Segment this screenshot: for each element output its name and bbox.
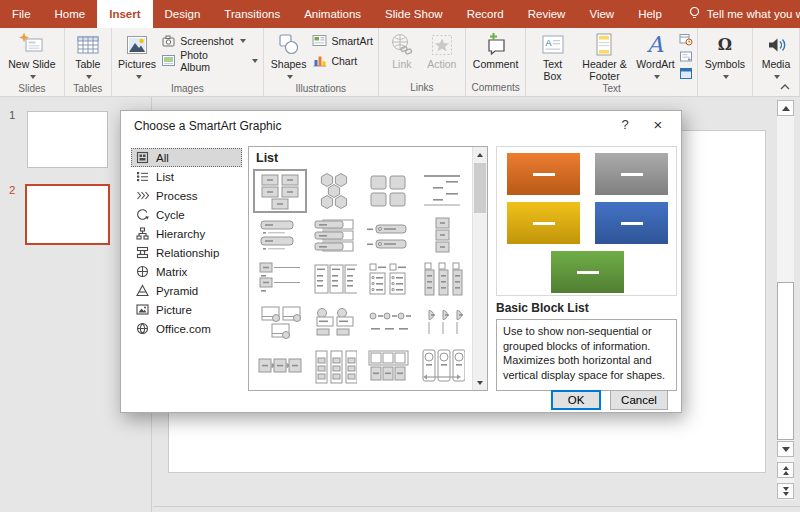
media-icon [764, 31, 788, 58]
action-button[interactable]: Action [422, 28, 462, 70]
category-label: List [156, 171, 174, 183]
layout-picture-caption-list[interactable] [361, 169, 415, 213]
chart-label: Chart [331, 55, 357, 67]
layout-stacked-list[interactable] [253, 257, 307, 301]
dialog-close-button[interactable]: × [649, 116, 667, 133]
text-group-label: Text [529, 82, 693, 96]
layout-circle-panel-list[interactable] [415, 345, 469, 389]
smartart-button[interactable]: SmartArt [310, 33, 374, 49]
scroll-down-button[interactable] [777, 441, 794, 457]
layout-vertical-box-list[interactable] [307, 213, 361, 257]
slide-number-button[interactable] [678, 49, 694, 64]
gallery-scrollbar-thumb[interactable] [474, 163, 486, 213]
symbols-button[interactable]: Ω Symbols [701, 28, 749, 82]
layout-continuous-picture-list[interactable] [361, 301, 415, 345]
svg-text:A: A [646, 32, 664, 57]
category-label: Cycle [156, 209, 185, 221]
gallery-scroll-down-button[interactable] [473, 375, 487, 390]
layout-vertical-block-list[interactable] [415, 213, 469, 257]
screenshot-button[interactable]: Screenshot [159, 33, 260, 49]
scroll-up-button[interactable] [777, 100, 794, 116]
tab-help[interactable]: Help [626, 0, 674, 28]
category-office-com[interactable]: Office.com [131, 319, 242, 338]
slide-2-number: 2 [9, 184, 15, 196]
header-footer-icon [592, 31, 616, 58]
category-label: Process [156, 190, 198, 202]
header-footer-button[interactable]: Header & Footer [576, 28, 634, 82]
layout-bending-picture-accent-list[interactable] [307, 301, 361, 345]
preview-block-4 [595, 202, 668, 244]
layout-half-circle-list[interactable] [415, 301, 469, 345]
category-label: Matrix [156, 266, 187, 278]
symbols-label: Symbols [705, 58, 745, 70]
chevron-down-icon [86, 75, 92, 79]
tab-home[interactable]: Home [43, 0, 98, 28]
tab-insert[interactable]: Insert [97, 0, 152, 28]
category-all[interactable]: All [131, 148, 242, 167]
picture-icon [136, 303, 149, 316]
layout-picture-accent-list[interactable] [253, 301, 307, 345]
previous-slide-button[interactable] [777, 462, 794, 478]
scrollbar-thumb[interactable] [777, 282, 794, 440]
screenshot-icon [161, 34, 176, 49]
category-hierarchy[interactable]: Hierarchy [131, 224, 242, 243]
link-button[interactable]: Link [382, 28, 422, 70]
chevron-down-icon [654, 75, 660, 79]
ok-button[interactable]: OK [551, 390, 601, 410]
ribbon-group-illustrations: Shapes SmartArt Chart Illustrations [264, 28, 379, 96]
category-pyramid[interactable]: Pyramid [131, 281, 242, 300]
category-list[interactable]: List [131, 167, 242, 186]
table-button[interactable]: Table [68, 28, 108, 82]
category-relationship[interactable]: Relationship [131, 243, 242, 262]
layout-basic-block-list[interactable] [253, 169, 307, 213]
layout-horizontal-bullet-list[interactable] [361, 213, 415, 257]
category-picture[interactable]: Picture [131, 300, 242, 319]
gallery-scroll-up-button[interactable] [473, 147, 487, 162]
shapes-button[interactable]: Shapes [267, 28, 311, 82]
smartart-gallery-pane: List [248, 146, 488, 391]
action-label: Action [427, 58, 456, 70]
layout-alternating-hexagons[interactable] [307, 169, 361, 213]
layout-square-accent-list[interactable] [415, 257, 469, 301]
layout-process-arrows-list[interactable] [253, 345, 307, 389]
screenshot-label: Screenshot [180, 35, 233, 47]
tab-file[interactable]: File [0, 0, 43, 28]
layout-titled-picture-blocks[interactable] [361, 345, 415, 389]
pictures-button[interactable]: Pictures [115, 28, 159, 82]
object-button[interactable] [678, 66, 694, 81]
tab-view[interactable]: View [577, 0, 626, 28]
layout-grouped-list[interactable] [307, 257, 361, 301]
media-button[interactable]: Media [756, 28, 796, 82]
layout-column-list[interactable] [307, 345, 361, 389]
collapse-ribbon-button[interactable] [779, 77, 791, 95]
canvas-bottom-divider [153, 506, 800, 507]
category-process[interactable]: Process [131, 186, 242, 205]
text-box-button[interactable]: A Text Box [529, 28, 575, 82]
tab-slide-show[interactable]: Slide Show [373, 0, 455, 28]
chart-button[interactable]: Chart [310, 53, 374, 69]
tab-review[interactable]: Review [516, 0, 578, 28]
layout-detailed-process[interactable] [361, 257, 415, 301]
slide-1-thumbnail[interactable] [27, 111, 108, 168]
new-slide-button[interactable]: New Slide [3, 28, 61, 82]
layout-lined-list[interactable] [415, 169, 469, 213]
category-matrix[interactable]: Matrix [131, 262, 242, 281]
images-group-label: Images [115, 82, 260, 96]
cancel-button[interactable]: Cancel [610, 390, 668, 410]
tab-design[interactable]: Design [153, 0, 213, 28]
gallery-grid [253, 169, 473, 389]
photo-album-button[interactable]: Photo Album [159, 53, 260, 69]
date-time-button[interactable] [678, 32, 694, 47]
dialog-help-button[interactable]: ? [617, 117, 633, 132]
tab-record[interactable]: Record [455, 0, 516, 28]
layout-vertical-bullet-list[interactable] [253, 213, 307, 257]
comment-button[interactable]: Comment [469, 28, 523, 70]
slide-2-thumbnail[interactable] [25, 184, 110, 245]
ribbon-group-images: Pictures Screenshot Photo Album [112, 28, 264, 96]
wordart-button[interactable]: A WordArt [633, 28, 678, 82]
tell-me-box[interactable]: Tell me what you want to do [688, 0, 800, 28]
tab-transitions[interactable]: Transitions [212, 0, 292, 28]
category-cycle[interactable]: Cycle [131, 205, 242, 224]
tab-animations[interactable]: Animations [292, 0, 373, 28]
next-slide-button[interactable] [777, 483, 794, 499]
